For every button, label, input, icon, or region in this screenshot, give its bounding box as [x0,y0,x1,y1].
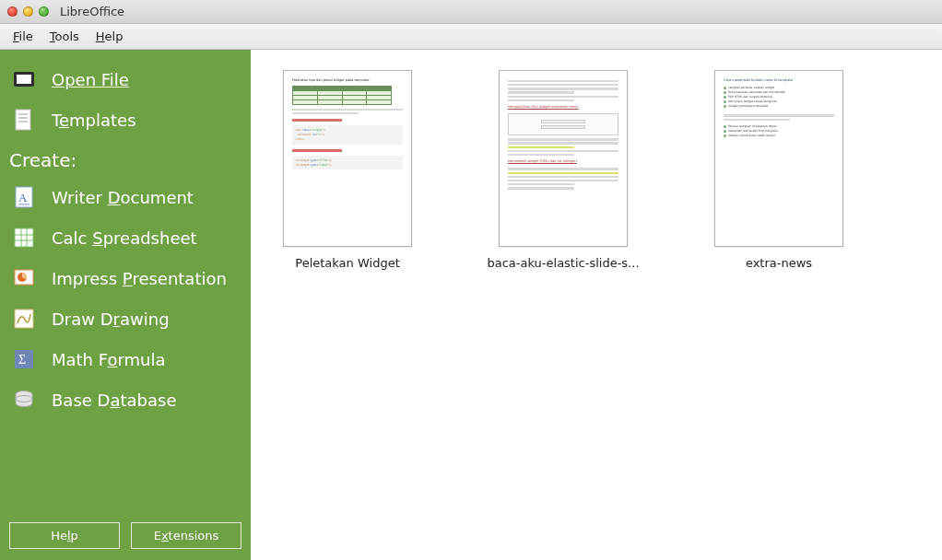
titlebar: LibreOffice [0,0,942,24]
svg-rect-2 [16,110,30,130]
window-controls [7,6,49,17]
open-file-icon [11,66,37,92]
recent-doc-2-thumb: Mengaktifkan fitur widget dropdown menu … [499,70,628,247]
templates-label: Templates [52,111,136,130]
calc-icon [11,225,37,251]
create-base-label: Base Database [52,391,176,410]
svg-rect-9 [15,228,33,247]
svg-rect-4 [18,117,28,119]
create-calc-label: Calc Spreadsheet [52,228,197,248]
main-area: Open File Templates Create: A Writer Doc… [0,50,942,560]
create-math[interactable]: Σ Math Formula [9,339,241,379]
minimize-icon[interactable] [23,6,33,17]
impress-icon [11,265,37,291]
zoom-icon[interactable] [39,6,49,17]
create-base[interactable]: Base Database [9,379,241,420]
svg-rect-3 [18,113,28,115]
close-icon[interactable] [7,6,18,17]
create-calc[interactable]: Calc Spreadsheet [9,217,241,258]
create-writer[interactable]: A Writer Document [9,177,241,217]
draw-icon [11,306,37,332]
create-impress[interactable]: Impress Presentation [9,258,241,298]
recent-doc-1-label: Peletakan Widget [295,256,399,270]
svg-text:Σ: Σ [18,353,26,367]
math-icon: Σ [11,346,37,372]
templates-icon [11,107,37,133]
create-draw[interactable]: Draw Drawing [9,298,241,339]
create-math-label: Math Formula [52,350,166,369]
help-button[interactable]: Help [9,522,120,549]
extensions-button[interactable]: Extensions [131,522,241,549]
menubar: File Tools Help [0,24,942,50]
create-draw-label: Draw Drawing [52,309,170,329]
recent-doc-3[interactable]: Cara menambah bulletin news di template … [701,70,857,270]
open-file-button[interactable]: Open File [9,59,241,99]
writer-icon: A [11,184,37,210]
recent-doc-1[interactable]: Peletakan tipe dan posisi widget pada te… [269,70,426,270]
templates-button[interactable]: Templates [9,99,241,140]
sidebar-buttons: Help Extensions [9,515,241,549]
recent-doc-3-thumb: Cara menambah bulletin news di template … [714,70,843,247]
recent-doc-1-thumb: Peletakan tipe dan posisi widget pada te… [283,70,412,247]
svg-rect-1 [17,75,31,84]
recent-doc-2[interactable]: Mengaktifkan fitur widget dropdown menu … [485,70,642,270]
window-title: LibreOffice [60,5,124,18]
recent-doc-3-label: extra-news [746,256,812,270]
base-icon [11,387,37,413]
create-impress-label: Impress Presentation [52,269,227,288]
menu-tools[interactable]: Tools [42,27,87,46]
recent-doc-2-label: baca-aku-elastic-slide-s... [487,256,639,270]
svg-rect-8 [18,204,29,205]
menu-file[interactable]: File [6,27,41,46]
create-heading: Create: [9,140,241,177]
svg-text:A: A [18,191,28,204]
sidebar: Open File Templates Create: A Writer Doc… [0,50,251,560]
recent-documents: Peletakan tipe dan posisi widget pada te… [251,50,942,560]
svg-rect-5 [18,121,28,122]
menu-help[interactable]: Help [88,27,131,46]
open-file-label: Open File [52,70,129,89]
create-writer-label: Writer Document [52,188,194,207]
